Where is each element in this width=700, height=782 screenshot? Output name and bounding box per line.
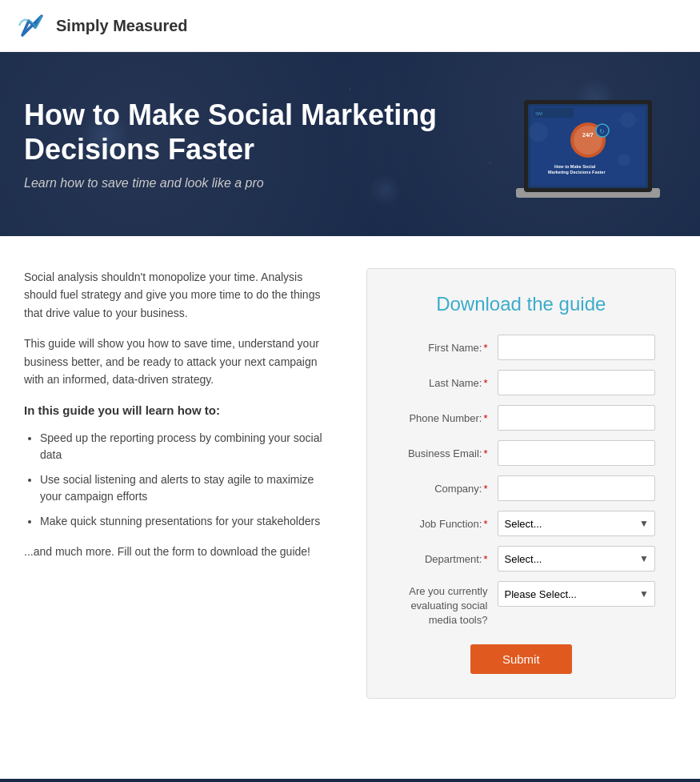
svg-point-16 [618,154,630,166]
intro-para-1: Social analysis shouldn't monopolize you… [24,268,334,322]
submit-row: Submit [387,644,656,674]
department-label: Department:* [387,553,491,565]
site-header: Simply Measured [0,0,700,52]
hero-banner: How to Make Social Marketing Decisions F… [0,52,700,236]
logo-text: Simply Measured [56,17,188,35]
last-name-input[interactable] [498,370,656,395]
job-function-row: Job Function:* Select... ▼ [387,511,656,536]
first-name-input[interactable] [498,335,656,360]
email-label: Business Email:* [387,447,491,459]
submit-button[interactable]: Submit [470,644,572,674]
svg-text:SM: SM [535,111,542,116]
list-item: Use social listening and alerts to stay … [40,471,334,505]
intro-para-2: This guide will show you how to save tim… [24,335,334,388]
required-star: * [483,447,487,459]
site-footer: © Simply Measured | Privacy Policy [0,779,700,782]
job-function-select[interactable]: Select... [498,511,656,536]
first-name-row: First Name:* [387,335,656,360]
required-star: * [483,553,487,565]
hero-text-block: How to Make Social Marketing Decisions F… [24,98,456,190]
svg-point-15 [620,112,636,128]
hero-subtitle: Learn how to save time and look like a p… [24,176,456,190]
job-function-label: Job Function:* [387,518,491,530]
list-item: Make quick stunning presentations for yo… [40,513,334,530]
first-name-label: First Name:* [387,342,491,354]
social-tools-label: Are you currently evaluating social medi… [387,581,491,628]
required-star: * [483,342,487,354]
form-title: Download the guide [387,293,656,315]
svg-text:24/7: 24/7 [582,132,594,138]
social-tools-select-wrapper: Please Select... ▼ [498,581,656,607]
department-select-wrapper: Select... ▼ [498,546,656,571]
social-tools-row: Are you currently evaluating social medi… [387,581,656,628]
required-star: * [483,483,487,495]
email-input[interactable] [498,440,656,466]
svg-text:How to Make Social: How to Make Social [554,164,596,169]
required-star: * [483,412,487,424]
department-select[interactable]: Select... [498,546,656,571]
phone-row: Phone Number:* [387,405,656,431]
social-tools-select[interactable]: Please Select... [498,581,656,607]
phone-input[interactable] [498,405,656,431]
required-star: * [483,377,487,389]
list-item: Speed up the reporting process by combin… [40,430,334,463]
phone-label: Phone Number:* [387,412,491,424]
last-name-row: Last Name:* [387,370,656,395]
email-row: Business Email:* [387,440,656,466]
feature-list: Speed up the reporting process by combin… [24,430,334,530]
logo[interactable]: Simply Measured [16,10,188,42]
department-row: Department:* Select... ▼ [387,546,656,571]
left-column: Social analysis shouldn't monopolize you… [24,268,334,699]
last-name-label: Last Name:* [387,377,491,389]
svg-text:↻: ↻ [599,128,605,135]
guide-cover-image: SM 24/7 ↻ How to Make Social Marketing D… [500,84,676,204]
svg-text:Marketing Decisions Faster: Marketing Decisions Faster [548,170,606,174]
company-label: Company:* [387,483,491,495]
form-container: Download the guide First Name:* Last Nam… [366,268,677,699]
closing-text: ...and much more. Fill out the form to d… [24,543,334,560]
company-row: Company:* [387,475,656,501]
right-column: Download the guide First Name:* Last Nam… [366,268,677,699]
svg-point-14 [529,122,548,142]
main-content: Social analysis shouldn't monopolize you… [0,236,700,731]
bullet-list-heading: In this guide you will learn how to: [24,401,334,420]
company-input[interactable] [498,475,656,501]
svg-marker-0 [22,16,42,35]
hero-image: SM 24/7 ↻ How to Make Social Marketing D… [500,84,676,204]
logo-icon [16,10,48,42]
job-function-select-wrapper: Select... ▼ [498,511,656,536]
hero-title: How to Make Social Marketing Decisions F… [24,98,456,166]
required-star: * [483,518,487,530]
